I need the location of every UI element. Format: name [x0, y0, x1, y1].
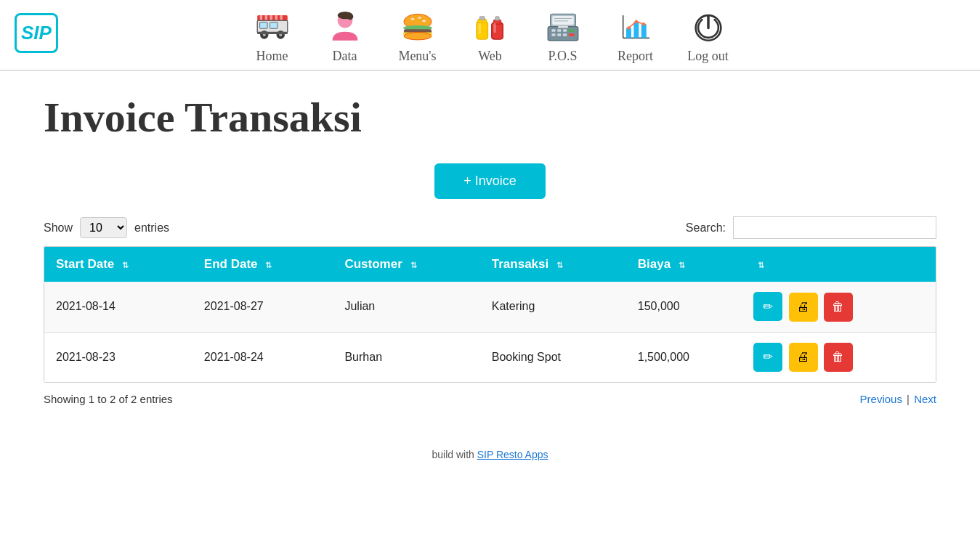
cell-end-date-0: 2021-08-27	[193, 282, 333, 332]
sort-transaksi-icon: ⇅	[556, 261, 563, 269]
pos-icon	[541, 7, 585, 47]
col-start-date[interactable]: Start Date ⇅	[44, 247, 193, 282]
logo-text: SIP	[15, 13, 58, 53]
svg-rect-37	[493, 23, 495, 33]
show-entries-control: Show 10 25 50 100 entries	[44, 217, 169, 238]
svg-point-57	[627, 26, 630, 29]
svg-rect-29	[476, 21, 487, 38]
svg-rect-36	[495, 16, 498, 20]
sort-end-date-icon: ⇅	[265, 261, 272, 269]
svg-point-21	[410, 18, 414, 20]
svg-point-58	[634, 20, 637, 23]
footer-text: build with	[432, 449, 477, 460]
cell-actions-1: ✏ 🖨 🗑	[742, 332, 936, 382]
svg-rect-32	[478, 23, 480, 34]
svg-point-22	[418, 17, 421, 19]
svg-rect-4	[270, 15, 272, 20]
invoice-table-wrapper: Start Date ⇅ End Date ⇅ Customer ⇅ Trans…	[44, 246, 936, 383]
table-row: 2021-08-23 2021-08-24 Burhan Booking Spo…	[44, 332, 936, 382]
pagination-separator: |	[907, 393, 910, 405]
svg-rect-56	[641, 24, 646, 38]
svg-rect-3	[264, 15, 267, 20]
nav-web[interactable]: Web	[469, 7, 512, 64]
svg-rect-45	[563, 29, 567, 31]
svg-rect-6	[280, 15, 282, 20]
previous-link[interactable]: Previous	[860, 393, 902, 405]
nav-pos-label: P.O.S	[548, 49, 577, 64]
nav-report[interactable]: Report	[614, 7, 657, 64]
showing-text: Showing 1 to 2 of 2 entries	[44, 393, 173, 405]
col-customer[interactable]: Customer ⇅	[333, 247, 479, 282]
entries-select[interactable]: 10 25 50 100	[80, 217, 127, 238]
nav-menus[interactable]: Menu's	[396, 7, 440, 64]
entries-label: entries	[134, 221, 169, 235]
show-label: Show	[44, 221, 73, 235]
svg-rect-48	[557, 33, 561, 36]
col-end-date[interactable]: End Date ⇅	[193, 247, 333, 282]
cell-start-date-0: 2021-08-14	[44, 282, 193, 332]
table-body: 2021-08-14 2021-08-27 Julian Katering 15…	[44, 282, 936, 382]
cell-transaksi-0: Katering	[480, 282, 626, 332]
delete-button-1[interactable]: 🗑	[824, 343, 853, 372]
col-actions: ⇅	[742, 247, 936, 282]
svg-rect-43	[551, 29, 555, 31]
svg-rect-9	[259, 22, 267, 28]
cell-start-date-1: 2021-08-23	[44, 332, 193, 382]
table-header-row: Start Date ⇅ End Date ⇅ Customer ⇅ Trans…	[44, 247, 936, 282]
delete-button-0[interactable]: 🗑	[824, 293, 853, 322]
svg-rect-31	[479, 16, 485, 19]
table-row: 2021-08-14 2021-08-27 Julian Katering 15…	[44, 282, 936, 332]
nav-web-label: Web	[478, 49, 502, 64]
print-button-1[interactable]: 🖨	[789, 343, 818, 372]
edit-button-0[interactable]: ✏	[753, 292, 782, 321]
pagination-links: Previous | Next	[860, 393, 936, 405]
svg-rect-44	[557, 29, 561, 31]
nav-data[interactable]: Data	[323, 7, 367, 64]
nav-logout[interactable]: Log out	[687, 7, 730, 64]
add-invoice-button[interactable]: + Invoice	[434, 163, 546, 199]
logo: SIP	[15, 13, 58, 53]
nav-home[interactable]: Home	[251, 7, 294, 64]
navbar: Home Data	[0, 0, 980, 71]
home-icon	[251, 7, 294, 47]
cell-customer-0: Julian	[333, 282, 479, 332]
data-icon	[323, 7, 367, 47]
svg-point-59	[642, 23, 645, 25]
col-biaya[interactable]: Biaya ⇅	[626, 247, 742, 282]
svg-rect-47	[551, 33, 555, 36]
print-button-0[interactable]: 🖨	[789, 293, 818, 322]
sort-actions-icon: ⇅	[758, 261, 764, 269]
svg-rect-10	[270, 22, 277, 28]
cell-transaksi-1: Booking Spot	[480, 332, 626, 382]
svg-rect-55	[633, 21, 639, 38]
footer-link[interactable]: SIP Resto Apps	[477, 449, 548, 460]
col-transaksi[interactable]: Transaksi ⇅	[480, 247, 626, 282]
svg-point-23	[422, 20, 426, 22]
web-icon	[469, 7, 512, 47]
svg-rect-50	[568, 33, 574, 36]
svg-rect-51	[558, 25, 568, 28]
next-link[interactable]: Next	[914, 393, 936, 405]
invoice-table: Start Date ⇅ End Date ⇅ Customer ⇅ Trans…	[44, 247, 936, 382]
sort-customer-icon: ⇅	[410, 261, 417, 269]
logout-icon	[687, 7, 730, 47]
nav-home-label: Home	[256, 49, 288, 64]
page-title: Invoice Transaksi	[44, 93, 936, 142]
nav-report-label: Report	[617, 49, 653, 64]
edit-button-1[interactable]: ✏	[753, 343, 782, 372]
table-controls: Show 10 25 50 100 entries Search:	[44, 216, 936, 239]
nav-pos[interactable]: P.O.S	[541, 7, 585, 64]
menus-icon	[396, 7, 440, 47]
nav-menus-label: Menu's	[398, 49, 436, 64]
cell-customer-1: Burhan	[333, 332, 479, 382]
svg-rect-49	[563, 33, 567, 36]
cell-biaya-0: 150,000	[626, 282, 742, 332]
svg-rect-39	[552, 15, 573, 24]
nav-logout-label: Log out	[687, 49, 729, 64]
cell-biaya-1: 1,500,000	[626, 332, 742, 382]
svg-rect-34	[491, 23, 503, 39]
svg-rect-15	[257, 31, 288, 33]
cell-actions-0: ✏ 🖨 🗑	[742, 282, 936, 332]
nav-data-label: Data	[333, 49, 357, 64]
search-input[interactable]	[733, 216, 936, 239]
